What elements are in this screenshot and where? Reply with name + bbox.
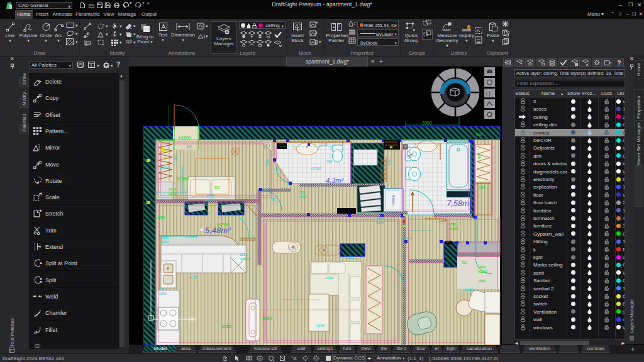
svg-text:+2,550: +2,550 — [186, 235, 196, 239]
svg-text:780: 780 — [450, 222, 456, 226]
svg-text:350: 350 — [270, 197, 276, 201]
svg-text:620: 620 — [387, 159, 391, 165]
svg-text:h900: h900 — [299, 195, 306, 199]
svg-text:h250: h250 — [158, 292, 166, 295]
svg-text:+0,80: +0,80 — [316, 324, 325, 327]
svg-text:1000: 1000 — [206, 194, 214, 197]
svg-text:7,58m²: 7,58m² — [447, 199, 472, 208]
svg-text:( ): ( ) — [486, 91, 491, 96]
svg-text:°A: °A — [291, 356, 297, 361]
svg-text:+0,01: +0,01 — [325, 276, 335, 280]
svg-text:800: 800 — [476, 133, 482, 136]
svg-text:washing: washing — [392, 195, 395, 206]
svg-text:900: 900 — [265, 159, 269, 165]
svg-text:250: 250 — [299, 190, 304, 194]
svg-text:el: el — [208, 211, 210, 215]
svg-text:+1,50: +1,50 — [189, 275, 197, 279]
svg-text:800: 800 — [477, 153, 481, 159]
svg-text:+2,765: +2,765 — [159, 166, 170, 170]
svg-text:+2,510: +2,510 — [311, 167, 321, 170]
svg-text:?: ? — [617, 60, 621, 67]
svg-text:5,48m²: 5,48m² — [205, 226, 231, 235]
svg-text:1011: 1011 — [169, 187, 176, 191]
svg-text:+2,300: +2,300 — [463, 288, 474, 292]
svg-text:706: 706 — [461, 261, 467, 265]
svg-text:4,3m²: 4,3m² — [326, 177, 343, 184]
svg-text:h450: h450 — [262, 316, 272, 321]
svg-text:750: 750 — [326, 160, 332, 163]
svg-text:h1800: h1800 — [179, 136, 191, 140]
svg-text:1950: 1950 — [174, 155, 177, 162]
svg-text:1050: 1050 — [157, 216, 165, 219]
svg-text:1400: 1400 — [376, 216, 384, 220]
svg-text:350: 350 — [186, 145, 192, 148]
svg-text:h1600: h1600 — [240, 257, 249, 261]
svg-text:h1100: h1100 — [478, 270, 487, 273]
svg-text:1100: 1100 — [320, 143, 328, 146]
svg-text:h255: h255 — [450, 227, 458, 231]
svg-text:330: 330 — [214, 185, 219, 189]
svg-text:h90: h90 — [479, 185, 485, 189]
svg-text:h250: h250 — [221, 324, 231, 329]
svg-text:h1500: h1500 — [177, 177, 189, 181]
svg-text:350: 350 — [158, 287, 164, 291]
svg-text:h400: h400 — [206, 198, 214, 202]
svg-text:h400: h400 — [161, 240, 169, 244]
svg-text:+3,00: +3,00 — [345, 256, 353, 260]
svg-text:2090: 2090 — [422, 121, 432, 125]
svg-text:1650: 1650 — [240, 253, 247, 256]
svg-text:h250: h250 — [376, 221, 384, 224]
svg-text:+3,010: +3,010 — [401, 236, 412, 240]
svg-text:h233: h233 — [169, 192, 176, 195]
svg-text:1300: 1300 — [478, 279, 486, 283]
svg-text:1400: 1400 — [478, 265, 486, 269]
svg-text:-0,70: -0,70 — [287, 247, 296, 251]
